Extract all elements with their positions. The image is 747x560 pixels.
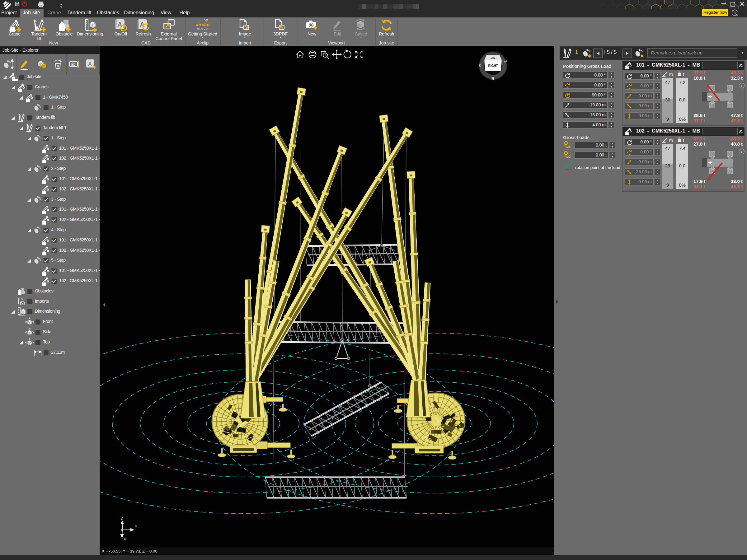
svg-text:airclip: airclip	[196, 22, 209, 27]
svg-text:TOP: TOP	[491, 57, 495, 59]
svg-text:Y: Y	[135, 525, 137, 529]
svg-text:S: S	[479, 64, 481, 68]
svg-text:Z: Z	[121, 516, 123, 521]
svg-text:RIGHT: RIGHT	[488, 64, 498, 68]
svg-text:CLOUD: CLOUD	[197, 28, 208, 30]
svg-text:2: 2	[569, 155, 570, 159]
svg-text:1: 1	[569, 145, 570, 149]
svg-text:E: E	[491, 76, 494, 81]
svg-text:A: A	[117, 21, 122, 28]
svg-text:X: X	[124, 537, 126, 541]
svg-text:A: A	[88, 61, 92, 67]
svg-text:ab: ab	[71, 62, 75, 66]
